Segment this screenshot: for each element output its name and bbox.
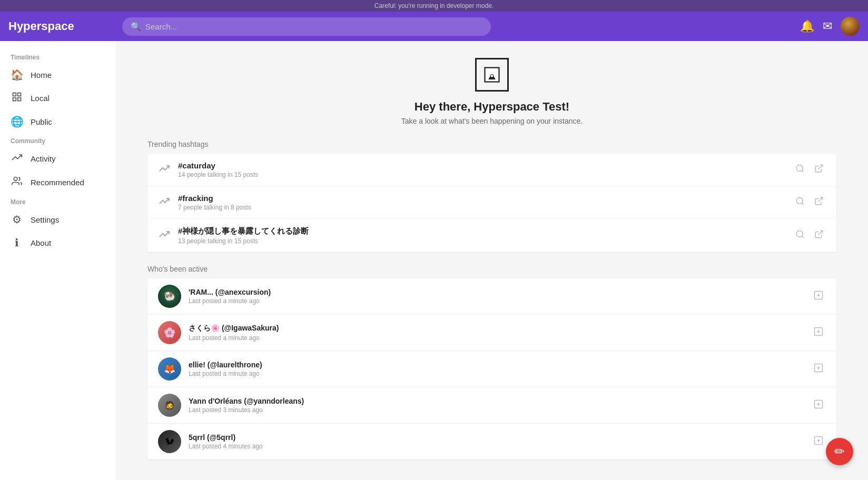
- user-name: さくら🌸 (@IgawaSakura): [189, 324, 804, 333]
- globe-icon: 🌐: [11, 115, 23, 128]
- svg-point-7: [796, 165, 803, 171]
- sidebar-item-label: Local: [31, 94, 50, 103]
- svg-point-6: [490, 74, 494, 77]
- trend-icon: [158, 163, 171, 176]
- user-name: Yann d'Orléans (@yanndorleans): [189, 397, 804, 405]
- hashtag-open-button[interactable]: [812, 227, 826, 244]
- sidebar-item-label: Recommended: [31, 178, 84, 187]
- user-info: ellie! (@laurelthrone) Last posted a min…: [189, 361, 804, 377]
- hashtag-meta: 7 people talking in 8 posts: [178, 204, 786, 211]
- info-icon: ℹ: [11, 236, 23, 249]
- user-info: 'RAM... (@anexcursion) Last posted a min…: [189, 288, 804, 305]
- hashtag-open-button[interactable]: [812, 162, 826, 178]
- user-row: 🦊 ellie! (@laurelthrone) Last posted a m…: [147, 351, 836, 387]
- sidebar-section-more: More: [0, 194, 116, 208]
- hashtag-info: #caturday 14 people talking in 15 posts: [178, 161, 786, 178]
- sidebar-section-timelines: Timelines: [0, 49, 116, 63]
- follow-user-button[interactable]: [811, 288, 826, 305]
- search-bar[interactable]: 🔍: [122, 17, 491, 36]
- notification-icon[interactable]: 🔔: [800, 19, 814, 33]
- layout: Timelines 🏠 Home Local 🌐 Public Communit…: [0, 41, 868, 480]
- svg-rect-0: [13, 93, 16, 96]
- follow-user-button[interactable]: [811, 324, 826, 342]
- sidebar-item-public[interactable]: 🌐 Public: [0, 110, 116, 133]
- user-avatar-top[interactable]: [841, 17, 860, 36]
- sidebar-item-label: Home: [31, 71, 52, 79]
- follow-user-button[interactable]: [811, 433, 826, 451]
- home-icon: 🏠: [11, 68, 23, 81]
- hashtag-meta: 13 people talking in 15 posts: [178, 237, 786, 245]
- settings-icon: ⚙: [11, 213, 23, 226]
- pencil-icon: ✏: [834, 444, 845, 459]
- mail-icon[interactable]: ✉: [823, 19, 832, 33]
- search-icon: 🔍: [131, 22, 141, 32]
- app-title: Hyperspace: [8, 19, 114, 33]
- user-info: さくら🌸 (@IgawaSakura) Last posted a minute…: [189, 324, 804, 342]
- sidebar-item-settings[interactable]: ⚙ Settings: [0, 208, 116, 231]
- sidebar-item-label: Public: [31, 117, 52, 126]
- sidebar: Timelines 🏠 Home Local 🌐 Public Communit…: [0, 41, 116, 480]
- svg-rect-3: [18, 98, 21, 101]
- user-info: Yann d'Orléans (@yanndorleans) Last post…: [189, 397, 804, 414]
- topnav: Hyperspace 🔍 🔔 ✉: [0, 12, 868, 41]
- sidebar-item-about[interactable]: ℹ About: [0, 231, 116, 254]
- hashtag-row: #fracking 7 people talking in 8 posts: [147, 186, 836, 219]
- sidebar-item-label: Settings: [31, 215, 59, 224]
- hashtag-actions: [793, 194, 826, 211]
- hashtag-open-button[interactable]: [812, 194, 826, 211]
- trending-card: #caturday 14 people talking in 15 posts: [147, 154, 836, 252]
- svg-rect-1: [18, 93, 21, 96]
- avatar: 🧔: [158, 394, 181, 417]
- sidebar-item-label: Activity: [31, 154, 56, 163]
- compose-fab-button[interactable]: ✏: [826, 438, 853, 465]
- hero-section: Hey there, Hyperspace Test! Take a look …: [147, 58, 836, 125]
- svg-line-15: [818, 231, 823, 235]
- svg-line-8: [802, 170, 803, 172]
- hashtag-info: #fracking 7 people talking in 8 posts: [178, 194, 786, 211]
- hashtag-search-button[interactable]: [793, 194, 807, 211]
- sidebar-item-local[interactable]: Local: [0, 86, 116, 110]
- sidebar-section-community: Community: [0, 133, 116, 147]
- active-users-card: 🐏 'RAM... (@anexcursion) Last posted a m…: [147, 278, 836, 459]
- svg-point-4: [14, 177, 17, 181]
- user-name: ellie! (@laurelthrone): [189, 361, 804, 369]
- hashtag-name: #caturday: [178, 161, 786, 170]
- active-users-section-label: Who's been active: [147, 265, 836, 273]
- follow-user-button[interactable]: [811, 397, 826, 414]
- main-content: Hey there, Hyperspace Test! Take a look …: [116, 41, 868, 480]
- sidebar-item-label: About: [31, 238, 51, 247]
- trend-icon: [158, 196, 171, 209]
- svg-point-10: [796, 197, 803, 204]
- user-meta: Last posted 4 minutes ago: [189, 443, 804, 450]
- user-name: 5qrrl (@5qrrl): [189, 433, 804, 442]
- user-meta: Last posted a minute ago: [189, 297, 804, 305]
- avatar: 🐏: [158, 285, 181, 308]
- follow-user-button[interactable]: [811, 361, 826, 378]
- hashtag-search-button[interactable]: [793, 162, 807, 178]
- hashtag-meta: 14 people talking in 15 posts: [178, 171, 786, 178]
- user-row: 🧔 Yann d'Orléans (@yanndorleans) Last po…: [147, 387, 836, 424]
- avatar: 🐿: [158, 430, 181, 453]
- user-row: 🌸 さくら🌸 (@IgawaSakura) Last posted a minu…: [147, 315, 836, 351]
- avatar: 🌸: [158, 321, 181, 344]
- hashtag-row: #caturday 14 people talking in 15 posts: [147, 154, 836, 186]
- hero-subtitle: Take a look at what's been happening on …: [147, 117, 836, 125]
- dev-banner: Careful: you're running in developer mod…: [0, 0, 868, 12]
- svg-rect-2: [13, 98, 16, 101]
- search-input[interactable]: [145, 22, 482, 31]
- svg-line-12: [818, 197, 823, 202]
- sidebar-item-home[interactable]: 🏠 Home: [0, 63, 116, 86]
- sidebar-item-activity[interactable]: Activity: [0, 147, 116, 171]
- user-info: 5qrrl (@5qrrl) Last posted 4 minutes ago: [189, 433, 804, 450]
- avatar: 🦊: [158, 357, 181, 381]
- svg-line-11: [802, 203, 803, 204]
- activity-icon: [11, 152, 23, 165]
- hashtag-info: #神様が隠し事を暴露してくれる診断 13 people talking in 1…: [178, 226, 786, 245]
- hashtag-search-button[interactable]: [793, 227, 807, 244]
- svg-line-14: [802, 236, 803, 237]
- user-row: 🐏 'RAM... (@anexcursion) Last posted a m…: [147, 278, 836, 315]
- user-row: 🐿 5qrrl (@5qrrl) Last posted 4 minutes a…: [147, 424, 836, 459]
- hero-title: Hey there, Hyperspace Test!: [147, 100, 836, 114]
- sidebar-item-recommended[interactable]: Recommended: [0, 171, 116, 194]
- user-meta: Last posted 3 minutes ago: [189, 406, 804, 414]
